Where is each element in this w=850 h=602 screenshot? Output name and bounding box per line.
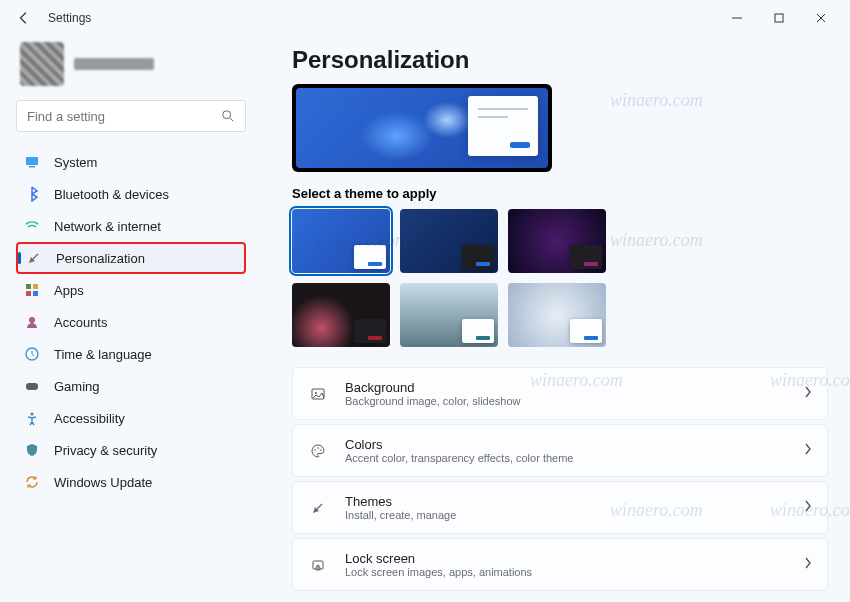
svg-rect-8 — [33, 284, 38, 289]
minimize-button[interactable] — [716, 3, 758, 33]
sidebar-item-windows-update[interactable]: Windows Update — [16, 466, 246, 498]
chevron-right-icon — [803, 557, 813, 572]
svg-rect-9 — [26, 291, 31, 296]
setting-card-themes[interactable]: ThemesInstall, create, manage — [292, 481, 828, 534]
svg-point-16 — [315, 392, 317, 394]
theme-accent — [476, 336, 490, 340]
setting-card-background[interactable]: BackgroundBackground image, color, slide… — [292, 367, 828, 420]
svg-line-6 — [33, 254, 38, 259]
setting-card-colors[interactable]: ColorsAccent color, transparency effects… — [292, 424, 828, 477]
card-title: Background — [345, 380, 787, 395]
sidebar-item-system[interactable]: System — [16, 146, 246, 178]
card-title: Colors — [345, 437, 787, 452]
theme-tile-5[interactable] — [400, 283, 498, 347]
sidebar-item-personalization[interactable]: Personalization — [16, 242, 246, 274]
gaming-icon — [24, 378, 40, 394]
theme-tile-6[interactable] — [508, 283, 606, 347]
palette-icon — [307, 440, 329, 462]
theme-accent — [584, 336, 598, 340]
image-icon — [307, 383, 329, 405]
svg-rect-7 — [26, 284, 31, 289]
sidebar-item-label: Time & language — [54, 347, 152, 362]
main-content: Personalization Select a theme to apply … — [258, 36, 850, 602]
brush-icon — [307, 497, 329, 519]
card-title: Themes — [345, 494, 787, 509]
theme-grid — [292, 209, 828, 347]
chevron-right-icon — [803, 386, 813, 401]
close-button[interactable] — [800, 3, 842, 33]
svg-point-19 — [320, 449, 322, 451]
sidebar-item-accessibility[interactable]: Accessibility — [16, 402, 246, 434]
svg-point-2 — [223, 111, 231, 119]
svg-point-14 — [31, 413, 34, 416]
card-desc: Accent color, transparency effects, colo… — [345, 452, 787, 464]
user-profile[interactable] — [20, 42, 246, 86]
svg-rect-13 — [26, 383, 38, 390]
lock-icon — [307, 554, 329, 576]
sidebar-item-network-internet[interactable]: Network & internet — [16, 210, 246, 242]
theme-tile-1[interactable] — [292, 209, 390, 273]
svg-rect-4 — [26, 157, 38, 165]
maximize-button[interactable] — [758, 3, 800, 33]
brush-icon — [26, 250, 42, 266]
search-box[interactable] — [16, 100, 246, 132]
setting-card-lock-screen[interactable]: Lock screenLock screen images, apps, ani… — [292, 538, 828, 591]
sidebar-item-label: Bluetooth & devices — [54, 187, 169, 202]
svg-point-18 — [317, 447, 319, 449]
theme-select-label: Select a theme to apply — [292, 186, 828, 201]
sidebar-item-bluetooth-devices[interactable]: Bluetooth & devices — [16, 178, 246, 210]
sidebar-item-label: Privacy & security — [54, 443, 157, 458]
user-name — [74, 58, 154, 70]
accessibility-icon — [24, 410, 40, 426]
apps-icon — [24, 282, 40, 298]
chevron-right-icon — [803, 443, 813, 458]
back-button[interactable] — [8, 2, 40, 34]
preview-window — [468, 96, 538, 156]
sidebar-item-label: Personalization — [56, 251, 145, 266]
svg-line-3 — [230, 118, 234, 122]
sidebar-item-apps[interactable]: Apps — [16, 274, 246, 306]
sidebar-item-label: Accounts — [54, 315, 107, 330]
sidebar-item-accounts[interactable]: Accounts — [16, 306, 246, 338]
sidebar-item-gaming[interactable]: Gaming — [16, 370, 246, 402]
system-icon — [24, 154, 40, 170]
theme-accent — [476, 262, 490, 266]
sidebar-item-label: Apps — [54, 283, 84, 298]
desktop-preview — [292, 84, 552, 172]
theme-tile-4[interactable] — [292, 283, 390, 347]
privacy-icon — [24, 442, 40, 458]
svg-rect-5 — [29, 166, 35, 168]
update-icon — [24, 474, 40, 490]
sidebar-item-label: System — [54, 155, 97, 170]
wifi-icon — [24, 218, 40, 234]
theme-tile-2[interactable] — [400, 209, 498, 273]
window-title: Settings — [48, 11, 91, 25]
avatar — [20, 42, 64, 86]
sidebar: SystemBluetooth & devicesNetwork & inter… — [0, 36, 258, 602]
svg-rect-10 — [33, 291, 38, 296]
titlebar: Settings — [0, 0, 850, 36]
chevron-right-icon — [803, 500, 813, 515]
sidebar-item-label: Windows Update — [54, 475, 152, 490]
accounts-icon — [24, 314, 40, 330]
card-desc: Lock screen images, apps, animations — [345, 566, 787, 578]
page-title: Personalization — [292, 46, 828, 74]
time-icon — [24, 346, 40, 362]
theme-accent — [368, 336, 382, 340]
sidebar-item-label: Accessibility — [54, 411, 125, 426]
sidebar-item-label: Network & internet — [54, 219, 161, 234]
card-desc: Install, create, manage — [345, 509, 787, 521]
theme-accent — [368, 262, 382, 266]
sidebar-item-time-language[interactable]: Time & language — [16, 338, 246, 370]
svg-point-17 — [314, 449, 316, 451]
sidebar-item-privacy-security[interactable]: Privacy & security — [16, 434, 246, 466]
svg-line-20 — [317, 504, 322, 509]
bluetooth-icon — [24, 186, 40, 202]
theme-tile-3[interactable] — [508, 209, 606, 273]
card-desc: Background image, color, slideshow — [345, 395, 787, 407]
search-input[interactable] — [27, 109, 221, 124]
card-title: Lock screen — [345, 551, 787, 566]
search-icon — [221, 109, 235, 123]
theme-accent — [584, 262, 598, 266]
svg-rect-1 — [775, 14, 783, 22]
